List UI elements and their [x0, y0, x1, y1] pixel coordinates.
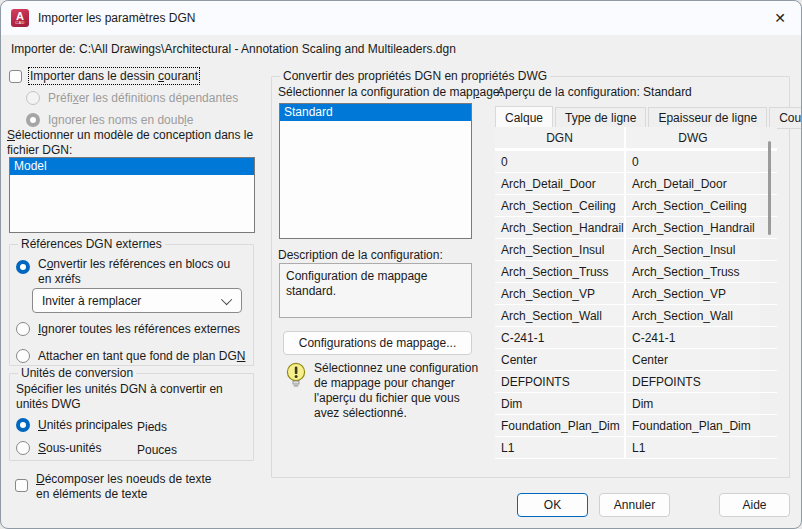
- cell-dwg: Arch_Section_Insul: [626, 239, 760, 260]
- mapping-config-listbox[interactable]: Standard: [279, 103, 472, 239]
- cell-dgn: Center: [495, 349, 626, 370]
- window-title: Importer les paramètres DGN: [38, 11, 195, 25]
- config-description-box: Configuration de mappage standard.: [279, 263, 472, 318]
- cell-dgn: Arch_Section_Ceiling: [495, 195, 626, 216]
- radio-circle: [26, 91, 40, 105]
- ok-button[interactable]: OK: [517, 493, 588, 517]
- cell-dwg: Arch_Detail_Door: [626, 173, 760, 194]
- convert-references-radio[interactable]: Convertir les références en blocs ou en …: [16, 257, 234, 287]
- preview-tab-couleur[interactable]: Couleur: [769, 107, 802, 129]
- table-row[interactable]: Arch_Section_HandrailArch_Section_Handra…: [495, 217, 777, 239]
- xref-handling-dropdown[interactable]: Inviter à remplacer: [32, 288, 242, 313]
- convert-dgn-properties-title: Convertir des propriétés DGN en propriét…: [280, 69, 550, 83]
- conversion-units-subtitle: Spécifier les unités DGN à convertir en …: [16, 382, 250, 412]
- external-dgn-references-group: Références DGN externes Convertir les ré…: [9, 244, 254, 366]
- help-button[interactable]: Aide: [719, 493, 790, 517]
- table-row[interactable]: Arch_Section_VPArch_Section_VP: [495, 283, 777, 305]
- ignore-external-references-radio[interactable]: Ignorer toutes les références externes: [16, 322, 240, 336]
- preview-tab-type-de-ligne[interactable]: Type de ligne: [555, 107, 646, 129]
- explode-text-nodes-label: Décomposer les noeuds de texte en élémen…: [36, 472, 218, 502]
- cell-dwg: L1: [626, 437, 760, 458]
- sub-units-value: Pouces: [137, 443, 177, 457]
- checkbox-box[interactable]: [15, 479, 28, 492]
- table-row[interactable]: L1L1: [495, 437, 777, 459]
- cell-dgn: Foundation_Plan_Dim: [495, 415, 626, 436]
- titlebar: A CAD Importer les paramètres DGN ✕: [1, 1, 801, 35]
- preview-tab-calque[interactable]: Calque: [495, 106, 553, 129]
- prefix-dependents-radio: Préfixer les définitions dépendantes: [26, 91, 238, 105]
- table-row[interactable]: Arch_Detail_DoorArch_Detail_Door: [495, 173, 777, 195]
- select-model-label: Sélectionner un modèle de conception dan…: [7, 128, 263, 158]
- cell-dgn: C-241-1: [495, 327, 626, 348]
- column-header-dwg: DWG: [626, 127, 760, 148]
- import-current-label: Importer dans le dessin courant: [30, 69, 198, 83]
- source-path-label: Importer de: C:\All Drawings\Architectur…: [11, 42, 456, 56]
- config-description-label: Description de la configuration:: [278, 248, 443, 262]
- radio-circle[interactable]: [16, 418, 30, 432]
- import-dgn-settings-dialog: A CAD Importer les paramètres DGN ✕ Impo…: [0, 0, 802, 529]
- cell-dwg: Arch_Section_Handrail: [626, 217, 760, 238]
- cell-dwg: Arch_Section_Ceiling: [626, 195, 760, 216]
- cell-dwg: Dim: [626, 393, 760, 414]
- model-list-item[interactable]: Model: [10, 158, 254, 175]
- table-row[interactable]: DimDim: [495, 393, 777, 415]
- design-model-listbox[interactable]: Model: [9, 157, 255, 233]
- config-preview-label: Aperçu de la configuration: Standard: [497, 85, 692, 99]
- radio-circle[interactable]: [16, 349, 30, 363]
- checkbox-box[interactable]: [9, 70, 22, 83]
- mapping-preview-table: DGN DWG 00Arch_Detail_DoorArch_Detail_Do…: [495, 127, 777, 464]
- cell-dwg: C-241-1: [626, 327, 760, 348]
- cell-dgn: L1: [495, 437, 626, 458]
- cell-dwg: Arch_Section_VP: [626, 283, 760, 304]
- cell-dwg: 0: [626, 151, 760, 172]
- master-units-label: Unités principales: [38, 418, 133, 432]
- xref-handling-value: Inviter à remplacer: [42, 294, 141, 308]
- radio-circle[interactable]: [16, 441, 30, 455]
- cell-dwg: Arch_Section_Truss: [626, 261, 760, 282]
- external-dgn-references-title: Références DGN externes: [18, 237, 165, 251]
- cell-dwg: Center: [626, 349, 760, 370]
- cancel-button[interactable]: Annuler: [599, 493, 670, 517]
- cell-dgn: Arch_Section_Truss: [495, 261, 626, 282]
- import-current-checkbox[interactable]: Importer dans le dessin courant: [9, 69, 198, 83]
- ignore-duplicates-label: Ignorer les noms en double: [48, 113, 193, 127]
- sub-units-radio[interactable]: Sous-unités: [16, 441, 101, 455]
- mapping-setups-button[interactable]: Configurations de mappage...: [283, 331, 472, 355]
- cell-dwg: Foundation_Plan_Dim: [626, 415, 760, 436]
- ignore-duplicates-radio: Ignorer les noms en double: [26, 113, 193, 127]
- sub-units-label: Sous-unités: [38, 441, 101, 455]
- app-icon-subtext: CAD: [15, 21, 25, 25]
- attach-dgn-underlay-label: Attacher en tant que fond de plan DGN: [38, 349, 245, 363]
- conversion-units-title: Unités de conversion: [18, 366, 136, 380]
- table-row[interactable]: 00: [495, 151, 777, 173]
- mapping-tip-text: Sélectionnez une configuration de mappag…: [314, 361, 486, 421]
- master-units-value: Pieds: [137, 420, 167, 434]
- attach-dgn-underlay-radio[interactable]: Attacher en tant que fond de plan DGN: [16, 349, 245, 363]
- table-header-row: DGN DWG: [495, 127, 777, 151]
- table-row[interactable]: DEFPOINTSDEFPOINTS: [495, 371, 777, 393]
- conversion-units-group: Unités de conversion Spécifier les unité…: [9, 373, 254, 461]
- table-row[interactable]: Arch_Section_CeilingArch_Section_Ceiling: [495, 195, 777, 217]
- master-units-radio[interactable]: Unités principales: [16, 418, 133, 432]
- table-row[interactable]: CenterCenter: [495, 349, 777, 371]
- close-icon[interactable]: ✕: [769, 7, 791, 29]
- table-row[interactable]: Arch_Section_InsulArch_Section_Insul: [495, 239, 777, 261]
- explode-text-nodes-checkbox[interactable]: Décomposer les noeuds de texte en élémen…: [15, 472, 218, 502]
- radio-circle[interactable]: [16, 322, 30, 336]
- table-row[interactable]: Arch_Section_WallArch_Section_Wall: [495, 305, 777, 327]
- column-header-dgn: DGN: [495, 127, 626, 148]
- prefix-dependents-label: Préfixer les définitions dépendantes: [48, 91, 238, 105]
- mapping-table-body: 00Arch_Detail_DoorArch_Detail_DoorArch_S…: [495, 151, 777, 459]
- cell-dgn: Arch_Detail_Door: [495, 173, 626, 194]
- table-row[interactable]: C-241-1C-241-1: [495, 327, 777, 349]
- select-mapping-config-label: Sélectionner la configuration de mappage…: [278, 85, 503, 99]
- table-row[interactable]: Arch_Section_TrussArch_Section_Truss: [495, 261, 777, 283]
- preview-tab-epaisseur-de-ligne[interactable]: Epaisseur de ligne: [648, 107, 767, 129]
- table-scrollbar-thumb[interactable]: [768, 141, 771, 235]
- cell-dgn: 0: [495, 151, 626, 172]
- cell-dgn: Arch_Section_Wall: [495, 305, 626, 326]
- radio-circle[interactable]: [16, 260, 30, 274]
- convert-dgn-properties-group: Convertir des propriétés DGN en propriét…: [271, 76, 790, 478]
- table-row[interactable]: Foundation_Plan_DimFoundation_Plan_Dim: [495, 415, 777, 437]
- config-list-item[interactable]: Standard: [280, 104, 471, 121]
